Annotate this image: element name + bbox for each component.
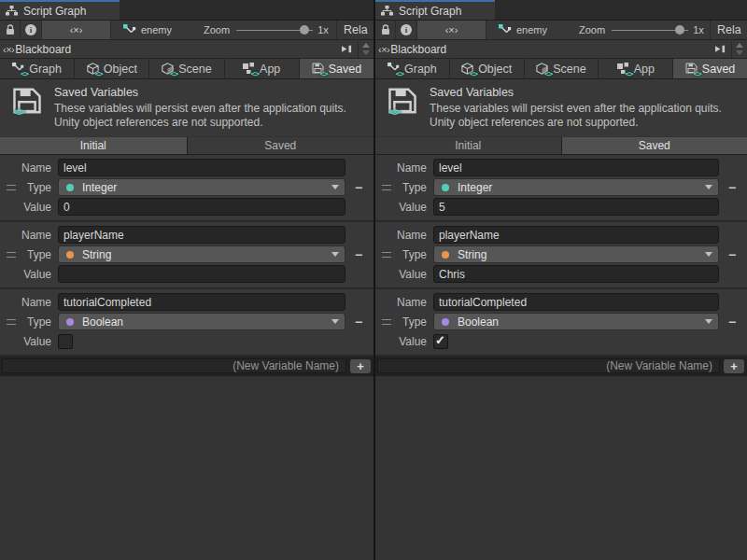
value-label: Value [375,268,433,281]
dock-button[interactable] [337,40,358,58]
boolean-value-checkbox[interactable] [433,334,448,349]
tab-app[interactable]: <> App [599,59,672,78]
dock-icon [342,45,353,53]
variable-type-dropdown[interactable]: String [58,245,345,263]
variable-name-input[interactable] [433,159,719,176]
drag-handle-icon[interactable] [382,185,391,190]
drag-handle-icon[interactable] [7,185,16,190]
tab-scene[interactable]: <> Scene [149,59,223,78]
remove-variable-button[interactable]: − [351,179,366,196]
tab-saved[interactable]: <> Saved [300,59,374,78]
new-variable-name-input[interactable] [2,358,346,373]
variable-name-input[interactable] [58,159,345,176]
variable-value-input[interactable] [433,198,719,216]
zoom-label: Zoom [204,24,230,35]
remove-variable-button[interactable]: − [725,246,740,263]
graph-asset-icon [499,24,512,35]
tab-app[interactable]: <> App [225,59,299,78]
tab-initial[interactable]: Initial [0,137,187,154]
drag-handle-icon[interactable] [7,252,16,258]
variable-row-playername: Name Type String Value [375,222,747,289]
lock-button[interactable] [0,21,21,39]
sitemap-icon [381,6,393,16]
dock-button[interactable] [711,40,731,58]
variable-type-dropdown[interactable]: Boolean [58,313,345,330]
graph-reference[interactable]: enemy [123,24,172,35]
lock-button[interactable] [375,21,396,39]
scene-icon: <> [536,63,549,75]
code-badge-icon: <> [170,69,177,78]
remove-variable-button[interactable]: − [725,314,740,330]
zoom-slider[interactable] [236,25,313,35]
tab-script-graph[interactable]: Script Graph [375,0,495,20]
graph-toolbar: i ‹×› enemy Zoom 1x Rela [375,21,747,40]
saved-variables-title: Saved Variables [54,86,346,99]
graph-reference[interactable]: enemy [499,24,547,35]
graph-name-label: enemy [516,24,547,35]
info-button[interactable]: i [21,21,42,39]
new-variable-name-input[interactable] [377,358,720,373]
drag-handle-icon[interactable] [382,252,391,258]
tab-object[interactable]: <> Object [450,59,524,78]
variable-scope-tabs: <> Graph <> Object <> Scene [375,59,747,79]
tab-initial[interactable]: Initial [375,137,561,154]
tab-graph[interactable]: <> Graph [375,59,449,78]
zoom-slider[interactable] [612,25,688,35]
blackboard-icon: ‹×› [3,44,14,55]
unity-editor-screen: Script Graph i ‹×› enemy Zoom [0,0,747,560]
drag-handle-icon[interactable] [382,319,391,325]
blackboard-header: ‹×› Blackboard [0,40,374,59]
zoom-value: 1x [693,24,704,35]
variable-value-input[interactable] [58,198,345,216]
tab-object[interactable]: <> Object [75,59,148,78]
tab-scene[interactable]: <> Scene [525,59,599,78]
relations-button[interactable]: Rela [710,21,747,39]
scene-icon: <> [162,63,175,75]
variable-name-input[interactable] [433,293,719,311]
type-dot-icon [66,251,74,259]
remove-variable-button[interactable]: − [725,179,740,196]
scroll-arrows [731,40,747,58]
tab-saved-state[interactable]: Saved [562,137,747,154]
variable-name-input[interactable] [58,226,345,244]
type-dot-icon [66,184,74,191]
value-label: Value [375,335,433,348]
variable-name-input[interactable] [433,226,719,244]
tab-saved[interactable]: <> Saved [673,59,747,78]
boolean-value-checkbox[interactable] [58,334,73,349]
zoom-slider-handle[interactable] [300,25,309,35]
tab-graph[interactable]: <> Graph [0,59,74,78]
cube-icon: <> [461,63,474,75]
window-tab-bar: Script Graph [375,0,747,21]
variable-type-dropdown[interactable]: Integer [58,178,345,196]
variables-toggle-button[interactable]: ‹×› [417,21,486,39]
variable-row-tutorialcompleted: Name Type Boolean Value [375,289,747,357]
tab-script-graph[interactable]: Script Graph [0,0,120,20]
remove-variable-button[interactable]: − [351,314,366,330]
variable-type-dropdown[interactable]: Boolean [433,313,719,330]
tab-saved-state[interactable]: Saved [188,137,374,154]
chevron-down-icon [331,252,339,257]
add-variable-button[interactable]: + [350,359,371,373]
info-icon: i [25,24,36,35]
variable-type-dropdown[interactable]: String [433,245,719,263]
remove-variable-button[interactable]: − [351,246,366,263]
lock-icon [381,24,390,35]
name-label: Name [375,161,433,175]
variables-toggle-button[interactable]: ‹×› [42,21,111,39]
add-variable-button[interactable]: + [724,359,744,373]
code-badge-icon: <> [388,105,400,119]
initial-saved-tabs: Initial Saved [0,137,374,155]
relations-button[interactable]: Rela [336,21,374,39]
info-button[interactable]: i [396,21,417,39]
scroll-down-icon[interactable] [736,50,743,55]
scroll-up-icon[interactable] [362,43,370,48]
scroll-down-icon[interactable] [362,50,370,55]
variable-value-input[interactable] [433,265,719,283]
variable-name-input[interactable] [58,293,345,311]
variable-value-input[interactable] [58,265,345,283]
variable-type-dropdown[interactable]: Integer [433,178,719,196]
drag-handle-icon[interactable] [7,319,16,325]
zoom-slider-handle[interactable] [675,25,684,35]
scroll-up-icon[interactable] [736,43,743,48]
